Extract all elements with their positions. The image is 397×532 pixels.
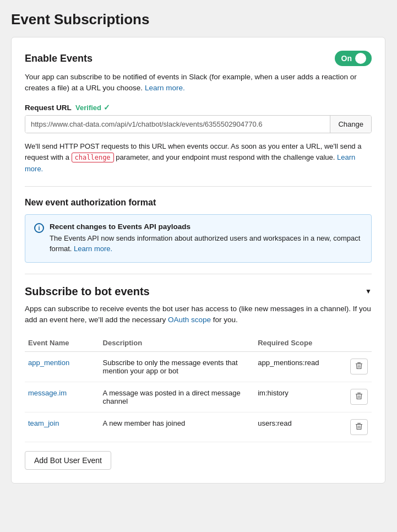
request-url-input[interactable] [25,116,330,133]
url-input-row: Change [25,115,372,133]
bot-events-title: Subscribe to bot events [25,285,150,298]
enable-events-toggle[interactable]: On [335,51,372,66]
event-scope-cell: im:history [254,382,346,412]
add-bot-user-event-button[interactable]: Add Bot User Event [25,451,111,470]
svg-rect-1 [357,362,361,363]
event-delete-cell [346,352,372,382]
svg-rect-9 [357,423,361,424]
event-scope-cell: app_mentions:read [254,352,346,382]
event-description-cell: A new member has joined [100,412,255,442]
col-header-action [346,334,372,352]
event-name-link[interactable]: app_mention [28,359,69,367]
enable-events-title: Enable Events [25,53,93,64]
table-row: app_mention Subscribe to only the messag… [25,352,372,382]
info-box-learn-more-link[interactable]: Learn more. [74,245,112,253]
chevron-down-icon[interactable]: ▼ [365,287,372,295]
divider-2 [25,274,372,274]
event-delete-cell [346,382,372,412]
col-header-required-scope: Required Scope [254,334,346,352]
table-row: message.im A message was posted in a dir… [25,382,372,412]
event-description-cell: A message was posted in a direct message… [100,382,255,412]
table-row: team_join A new member has joined users:… [25,412,372,442]
event-name-cell: message.im [25,382,100,412]
delete-event-button[interactable] [350,419,368,435]
table-header-row: Event Name Description Required Scope [25,334,372,352]
events-table: Event Name Description Required Scope ap… [25,334,372,442]
enable-events-description: Your app can subscribe to be notified of… [25,72,372,94]
svg-rect-4 [356,394,362,394]
svg-rect-8 [356,424,362,425]
main-card: Enable Events On Your app can subscribe … [11,37,385,484]
challenge-code: challenge [72,153,114,162]
url-info-text: We'll send HTTP POST requests to this UR… [25,141,372,175]
event-name-link[interactable]: message.im [28,389,67,397]
col-header-description: Description [100,334,255,352]
info-box-content: Recent changes to Events API payloads Th… [50,222,362,254]
event-delete-cell [346,412,372,442]
page-title: Event Subscriptions [11,11,386,28]
bot-events-description: Apps can subscribe to receive events the… [25,303,372,326]
toggle-label: On [341,54,352,63]
oauth-scope-link[interactable]: OAuth scope [168,316,211,324]
event-name-link[interactable]: team_join [28,419,59,427]
verified-badge: Verified [75,104,101,112]
svg-rect-0 [356,363,362,364]
enable-events-header: Enable Events On [25,51,372,66]
info-box-heading: Recent changes to Events API payloads [50,222,362,231]
info-box: i Recent changes to Events API payloads … [25,214,372,263]
delete-event-button[interactable] [350,359,368,374]
info-box-body: The Events API now sends information abo… [50,233,362,254]
col-header-event-name: Event Name [25,334,100,352]
request-url-label: Request URL Verified ✓ [25,103,372,112]
enable-events-learn-more-link[interactable]: Learn more. [145,84,185,92]
change-url-button[interactable]: Change [330,116,371,133]
event-name-cell: team_join [25,412,100,442]
new-event-format-title: New event authorization format [25,198,372,208]
divider-1 [25,186,372,187]
bot-events-header: Subscribe to bot events ▼ [25,285,372,298]
event-scope-cell: users:read [254,412,346,442]
event-name-cell: app_mention [25,352,100,382]
info-icon: i [34,223,44,233]
check-icon: ✓ [104,103,110,112]
svg-rect-5 [357,393,361,393]
toggle-circle [355,53,366,64]
delete-event-button[interactable] [350,389,368,405]
event-description-cell: Subscribe to only the message events tha… [100,352,255,382]
